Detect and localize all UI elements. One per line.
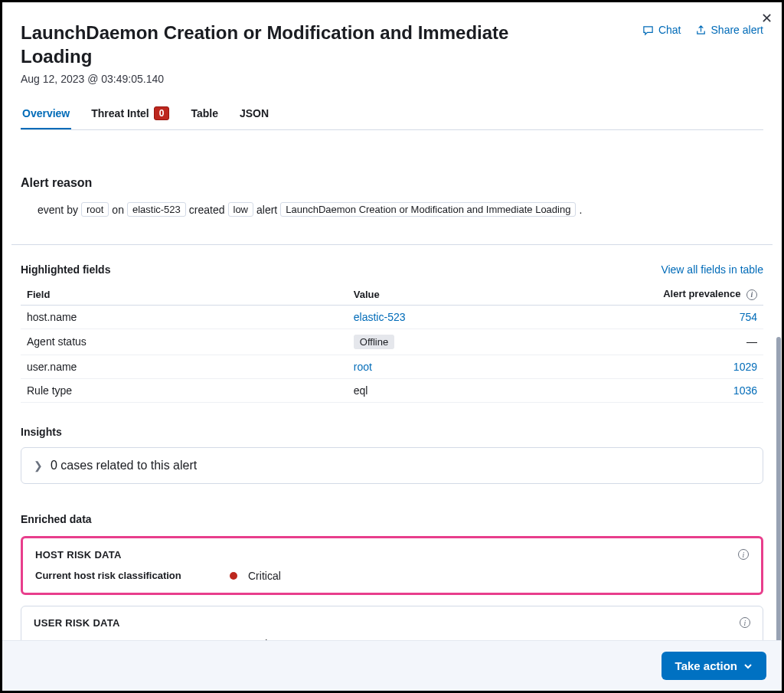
close-icon: ✕ (761, 11, 773, 26)
field-name: host.name (21, 305, 348, 329)
share-icon (695, 25, 707, 36)
field-value[interactable]: elastic-523 (348, 305, 645, 329)
col-prevalence: Alert prevalence i (645, 283, 763, 305)
chat-icon (642, 25, 654, 36)
field-value: Offline (348, 329, 645, 355)
highlighted-fields-table: Field Value Alert prevalence i host.name… (21, 283, 763, 403)
highlighted-fields-heading: Highlighted fields (21, 263, 110, 276)
alert-timestamp: Aug 12, 2023 @ 03:49:05.140 (21, 73, 557, 85)
chevron-down-icon (743, 662, 753, 671)
host-risk-title: HOST RISK DATA (35, 549, 122, 561)
enriched-data-heading: Enriched data (21, 513, 763, 525)
user-risk-label: Current user risk classification (34, 638, 217, 640)
tab-json[interactable]: JSON (238, 99, 270, 129)
chat-button[interactable]: Chat (642, 24, 681, 36)
prevalence-value[interactable]: 1036 (645, 378, 763, 402)
reason-rule-tag[interactable]: LaunchDaemon Creation or Modification an… (280, 202, 576, 217)
view-all-fields-link[interactable]: View all fields in table (661, 263, 763, 276)
field-name: Rule type (21, 378, 348, 402)
close-button[interactable]: ✕ (761, 10, 773, 27)
field-name: user.name (21, 355, 348, 378)
take-action-button[interactable]: Take action (662, 652, 766, 680)
host-risk-label: Current host risk classification (35, 570, 219, 581)
field-value: eql (348, 378, 645, 402)
host-risk-card: HOST RISK DATA i Current host risk class… (21, 536, 763, 595)
tab-overview[interactable]: Overview (21, 99, 71, 129)
col-field: Field (21, 283, 348, 305)
tabs: Overview Threat Intel 0 Table JSON (21, 99, 763, 130)
prevalence-value[interactable]: 1029 (645, 355, 763, 378)
tab-table[interactable]: Table (189, 99, 220, 129)
user-risk-value: Moderate (247, 638, 292, 640)
threat-count-badge: 0 (154, 106, 170, 120)
status-badge: Offline (354, 335, 394, 349)
chevron-right-icon: ❯ (34, 459, 43, 472)
prevalence-value[interactable]: 754 (645, 305, 763, 329)
reason-severity-tag[interactable]: low (228, 202, 254, 217)
scrollbar[interactable] (776, 337, 781, 640)
info-icon[interactable]: i (746, 289, 757, 300)
col-value: Value (348, 283, 645, 305)
table-row: host.nameelastic-523754 (21, 305, 763, 329)
reason-user-tag[interactable]: root (81, 202, 109, 217)
insights-heading: Insights (21, 426, 763, 438)
alert-reason-text: event by root on elastic-523 created low… (21, 202, 763, 217)
take-action-label: Take action (675, 659, 737, 672)
tab-threat-label: Threat Intel (91, 107, 149, 119)
chat-label: Chat (658, 24, 681, 36)
reason-host-tag[interactable]: elastic-523 (127, 202, 186, 217)
insights-cases-accordion[interactable]: ❯ 0 cases related to this alert (21, 447, 763, 484)
field-name: Agent status (21, 329, 348, 355)
user-risk-title: USER RISK DATA (34, 617, 120, 629)
table-row: Rule typeeql1036 (21, 378, 763, 402)
share-alert-button[interactable]: Share alert (695, 24, 763, 36)
table-row: Agent statusOffline— (21, 329, 763, 355)
critical-dot-icon (230, 572, 237, 580)
table-row: user.nameroot1029 (21, 355, 763, 378)
host-risk-value: Critical (248, 570, 281, 582)
field-value[interactable]: root (348, 355, 645, 378)
share-label: Share alert (711, 24, 763, 36)
prevalence-value: — (645, 329, 763, 355)
alert-reason-heading: Alert reason (21, 176, 763, 190)
user-risk-card: USER RISK DATA i Current user risk class… (21, 606, 763, 640)
info-icon[interactable]: i (738, 549, 749, 560)
info-icon[interactable]: i (740, 617, 750, 628)
tab-threat-intel[interactable]: Threat Intel 0 (90, 99, 171, 129)
cases-text: 0 cases related to this alert (51, 459, 197, 472)
alert-title: LaunchDaemon Creation or Modification an… (21, 21, 557, 68)
